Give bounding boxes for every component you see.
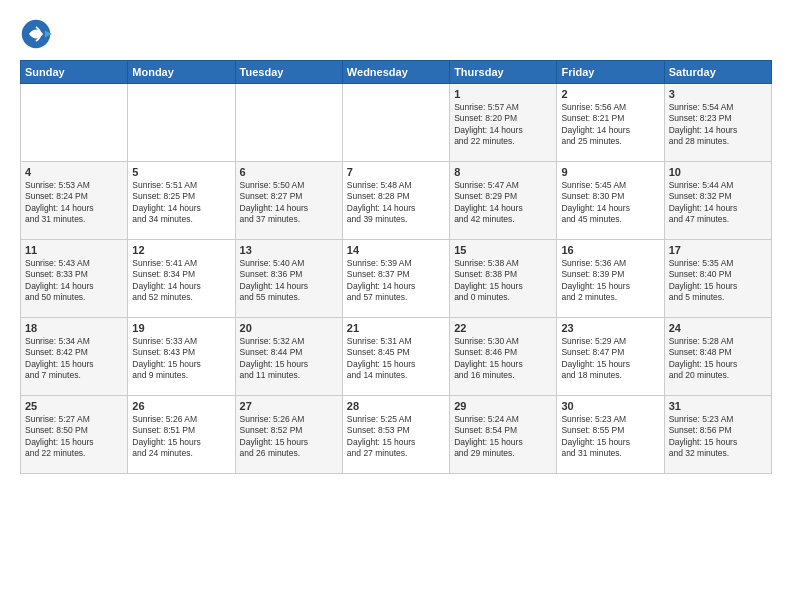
calendar-cell: 6Sunrise: 5:50 AM Sunset: 8:27 PM Daylig… [235, 162, 342, 240]
day-number: 10 [669, 166, 767, 178]
day-info: Sunrise: 5:44 AM Sunset: 8:32 PM Dayligh… [669, 180, 767, 226]
calendar-cell: 20Sunrise: 5:32 AM Sunset: 8:44 PM Dayli… [235, 318, 342, 396]
calendar-cell: 19Sunrise: 5:33 AM Sunset: 8:43 PM Dayli… [128, 318, 235, 396]
weekday-header-friday: Friday [557, 61, 664, 84]
calendar-cell: 5Sunrise: 5:51 AM Sunset: 8:25 PM Daylig… [128, 162, 235, 240]
day-info: Sunrise: 5:34 AM Sunset: 8:42 PM Dayligh… [25, 336, 123, 382]
calendar-cell: 1Sunrise: 5:57 AM Sunset: 8:20 PM Daylig… [450, 84, 557, 162]
day-info: Sunrise: 5:23 AM Sunset: 8:56 PM Dayligh… [669, 414, 767, 460]
day-info: Sunrise: 5:39 AM Sunset: 8:37 PM Dayligh… [347, 258, 445, 304]
calendar-week-1: 1Sunrise: 5:57 AM Sunset: 8:20 PM Daylig… [21, 84, 772, 162]
day-number: 25 [25, 400, 123, 412]
day-info: Sunrise: 5:30 AM Sunset: 8:46 PM Dayligh… [454, 336, 552, 382]
day-info: Sunrise: 5:47 AM Sunset: 8:29 PM Dayligh… [454, 180, 552, 226]
day-info: Sunrise: 5:57 AM Sunset: 8:20 PM Dayligh… [454, 102, 552, 148]
calendar-week-3: 11Sunrise: 5:43 AM Sunset: 8:33 PM Dayli… [21, 240, 772, 318]
calendar-cell: 13Sunrise: 5:40 AM Sunset: 8:36 PM Dayli… [235, 240, 342, 318]
day-number: 22 [454, 322, 552, 334]
day-number: 31 [669, 400, 767, 412]
day-info: Sunrise: 5:31 AM Sunset: 8:45 PM Dayligh… [347, 336, 445, 382]
day-info: Sunrise: 5:45 AM Sunset: 8:30 PM Dayligh… [561, 180, 659, 226]
calendar-cell [128, 84, 235, 162]
calendar-cell: 30Sunrise: 5:23 AM Sunset: 8:55 PM Dayli… [557, 396, 664, 474]
day-number: 16 [561, 244, 659, 256]
calendar-cell: 27Sunrise: 5:26 AM Sunset: 8:52 PM Dayli… [235, 396, 342, 474]
calendar-cell [21, 84, 128, 162]
day-info: Sunrise: 5:54 AM Sunset: 8:23 PM Dayligh… [669, 102, 767, 148]
day-info: Sunrise: 5:51 AM Sunset: 8:25 PM Dayligh… [132, 180, 230, 226]
day-info: Sunrise: 5:32 AM Sunset: 8:44 PM Dayligh… [240, 336, 338, 382]
weekday-header-row: SundayMondayTuesdayWednesdayThursdayFrid… [21, 61, 772, 84]
day-number: 26 [132, 400, 230, 412]
calendar-page: SundayMondayTuesdayWednesdayThursdayFrid… [0, 0, 792, 612]
day-info: Sunrise: 5:24 AM Sunset: 8:54 PM Dayligh… [454, 414, 552, 460]
day-number: 5 [132, 166, 230, 178]
calendar-cell: 11Sunrise: 5:43 AM Sunset: 8:33 PM Dayli… [21, 240, 128, 318]
calendar-cell: 7Sunrise: 5:48 AM Sunset: 8:28 PM Daylig… [342, 162, 449, 240]
weekday-header-monday: Monday [128, 61, 235, 84]
day-number: 29 [454, 400, 552, 412]
day-info: Sunrise: 5:26 AM Sunset: 8:52 PM Dayligh… [240, 414, 338, 460]
day-number: 3 [669, 88, 767, 100]
day-number: 18 [25, 322, 123, 334]
day-info: Sunrise: 5:50 AM Sunset: 8:27 PM Dayligh… [240, 180, 338, 226]
day-number: 7 [347, 166, 445, 178]
day-info: Sunrise: 5:27 AM Sunset: 8:50 PM Dayligh… [25, 414, 123, 460]
calendar-cell: 25Sunrise: 5:27 AM Sunset: 8:50 PM Dayli… [21, 396, 128, 474]
weekday-header-saturday: Saturday [664, 61, 771, 84]
calendar-cell: 3Sunrise: 5:54 AM Sunset: 8:23 PM Daylig… [664, 84, 771, 162]
day-number: 4 [25, 166, 123, 178]
calendar-cell: 12Sunrise: 5:41 AM Sunset: 8:34 PM Dayli… [128, 240, 235, 318]
calendar-week-4: 18Sunrise: 5:34 AM Sunset: 8:42 PM Dayli… [21, 318, 772, 396]
calendar-cell: 17Sunrise: 5:35 AM Sunset: 8:40 PM Dayli… [664, 240, 771, 318]
calendar-cell [235, 84, 342, 162]
day-number: 15 [454, 244, 552, 256]
day-info: Sunrise: 5:29 AM Sunset: 8:47 PM Dayligh… [561, 336, 659, 382]
weekday-header-tuesday: Tuesday [235, 61, 342, 84]
day-info: Sunrise: 5:41 AM Sunset: 8:34 PM Dayligh… [132, 258, 230, 304]
calendar-cell: 10Sunrise: 5:44 AM Sunset: 8:32 PM Dayli… [664, 162, 771, 240]
day-info: Sunrise: 5:26 AM Sunset: 8:51 PM Dayligh… [132, 414, 230, 460]
calendar-cell: 14Sunrise: 5:39 AM Sunset: 8:37 PM Dayli… [342, 240, 449, 318]
day-number: 6 [240, 166, 338, 178]
day-number: 14 [347, 244, 445, 256]
calendar-cell: 26Sunrise: 5:26 AM Sunset: 8:51 PM Dayli… [128, 396, 235, 474]
day-info: Sunrise: 5:28 AM Sunset: 8:48 PM Dayligh… [669, 336, 767, 382]
calendar-cell: 23Sunrise: 5:29 AM Sunset: 8:47 PM Dayli… [557, 318, 664, 396]
header [20, 18, 772, 50]
calendar-week-5: 25Sunrise: 5:27 AM Sunset: 8:50 PM Dayli… [21, 396, 772, 474]
day-number: 28 [347, 400, 445, 412]
day-info: Sunrise: 5:23 AM Sunset: 8:55 PM Dayligh… [561, 414, 659, 460]
calendar-cell: 29Sunrise: 5:24 AM Sunset: 8:54 PM Dayli… [450, 396, 557, 474]
day-number: 9 [561, 166, 659, 178]
calendar-cell: 8Sunrise: 5:47 AM Sunset: 8:29 PM Daylig… [450, 162, 557, 240]
day-number: 13 [240, 244, 338, 256]
calendar-cell: 31Sunrise: 5:23 AM Sunset: 8:56 PM Dayli… [664, 396, 771, 474]
day-number: 12 [132, 244, 230, 256]
calendar-week-2: 4Sunrise: 5:53 AM Sunset: 8:24 PM Daylig… [21, 162, 772, 240]
day-number: 20 [240, 322, 338, 334]
day-info: Sunrise: 5:48 AM Sunset: 8:28 PM Dayligh… [347, 180, 445, 226]
calendar-table: SundayMondayTuesdayWednesdayThursdayFrid… [20, 60, 772, 474]
calendar-header: SundayMondayTuesdayWednesdayThursdayFrid… [21, 61, 772, 84]
day-number: 8 [454, 166, 552, 178]
day-info: Sunrise: 5:25 AM Sunset: 8:53 PM Dayligh… [347, 414, 445, 460]
day-info: Sunrise: 5:53 AM Sunset: 8:24 PM Dayligh… [25, 180, 123, 226]
weekday-header-sunday: Sunday [21, 61, 128, 84]
weekday-header-wednesday: Wednesday [342, 61, 449, 84]
day-info: Sunrise: 5:35 AM Sunset: 8:40 PM Dayligh… [669, 258, 767, 304]
day-number: 11 [25, 244, 123, 256]
calendar-cell: 22Sunrise: 5:30 AM Sunset: 8:46 PM Dayli… [450, 318, 557, 396]
day-number: 21 [347, 322, 445, 334]
day-number: 27 [240, 400, 338, 412]
calendar-cell: 2Sunrise: 5:56 AM Sunset: 8:21 PM Daylig… [557, 84, 664, 162]
day-info: Sunrise: 5:40 AM Sunset: 8:36 PM Dayligh… [240, 258, 338, 304]
calendar-cell [342, 84, 449, 162]
calendar-cell: 24Sunrise: 5:28 AM Sunset: 8:48 PM Dayli… [664, 318, 771, 396]
calendar-cell: 21Sunrise: 5:31 AM Sunset: 8:45 PM Dayli… [342, 318, 449, 396]
day-info: Sunrise: 5:43 AM Sunset: 8:33 PM Dayligh… [25, 258, 123, 304]
calendar-cell: 9Sunrise: 5:45 AM Sunset: 8:30 PM Daylig… [557, 162, 664, 240]
day-number: 17 [669, 244, 767, 256]
day-number: 24 [669, 322, 767, 334]
calendar-body: 1Sunrise: 5:57 AM Sunset: 8:20 PM Daylig… [21, 84, 772, 474]
